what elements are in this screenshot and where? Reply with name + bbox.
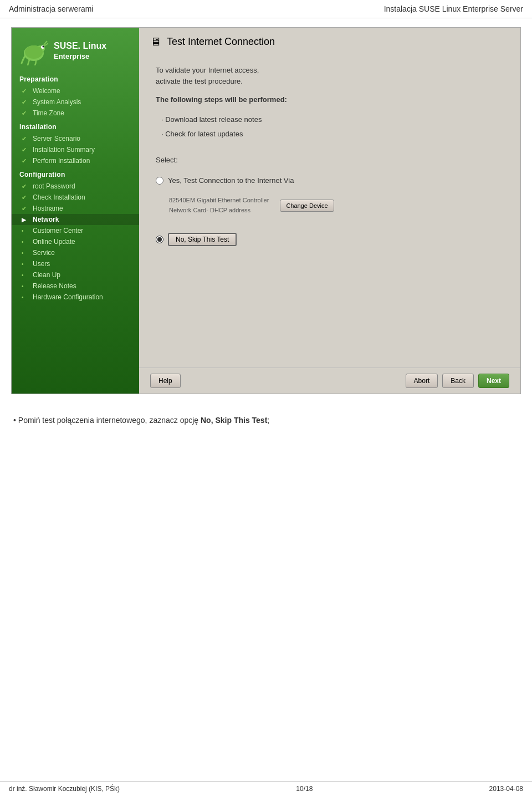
select-label: Select: — [156, 156, 504, 164]
check-icon: ✔ — [22, 135, 29, 142]
content-body: To validate your Internet access,activat… — [139, 54, 520, 368]
suse-brand: SUSE. Linux Enterprise — [54, 40, 106, 62]
instruction-before-bold: Pomiń test połączenia internetowego, zaz… — [18, 416, 201, 425]
bullet-icon: • — [22, 250, 29, 256]
footer-right: 2013-04-08 — [489, 785, 523, 793]
bullet-icon: • — [22, 228, 29, 234]
radio-yes-input[interactable] — [156, 177, 163, 185]
sidebar-item-time-zone[interactable]: ✔ Time Zone — [12, 108, 139, 119]
sidebar-item-hostname[interactable]: ✔ Hostname — [12, 203, 139, 214]
bullet-icon: • — [22, 239, 29, 245]
window-titlebar: 🖥 Test Internet Connection — [139, 28, 520, 54]
suse-logo-area: SUSE. Linux Enterprise — [12, 28, 139, 71]
bullet-point: • — [13, 416, 18, 425]
bullet-icon: • — [22, 283, 29, 289]
footer-left: dr inż. Sławomir Koczubiej (KIS, PŚk) — [9, 785, 120, 793]
check-icon: ✔ — [22, 88, 29, 95]
radio-no-option[interactable]: No, Skip This Test — [156, 233, 504, 246]
header-left: Administracja serwerami — [9, 4, 93, 13]
sidebar-item-perform-installation[interactable]: ✔ Perform Installation — [12, 155, 139, 166]
page-header: Administracja serwerami Instalacja SUSE … — [0, 0, 532, 18]
next-button[interactable]: Next — [478, 374, 509, 388]
device-info-text: 82540EM Gigabit Ethernet Controller Netw… — [169, 196, 269, 215]
instruction-after-bold: ; — [267, 416, 269, 425]
sidebar-item-server-scenario[interactable]: ✔ Server Scenario — [12, 133, 139, 144]
check-icon: ✔ — [22, 194, 29, 201]
chameleon-logo — [19, 37, 48, 65]
sidebar-item-network[interactable]: ▶ Network — [12, 214, 139, 225]
installer-window: SUSE. Linux Enterprise Preparation ✔ Wel… — [12, 28, 520, 394]
check-icon: ✔ — [22, 205, 29, 212]
sidebar-item-customer-center[interactable]: • Customer Center — [12, 225, 139, 236]
check-icon: ✔ — [22, 146, 29, 154]
sidebar-item-installation-summary[interactable]: ✔ Installation Summary — [12, 144, 139, 155]
check-icon: ✔ — [22, 183, 29, 190]
check-icon: ✔ — [22, 157, 29, 165]
sidebar-item-check-installation[interactable]: ✔ Check Installation — [12, 192, 139, 203]
sidebar-item-system-analysis[interactable]: ✔ System Analysis — [12, 96, 139, 108]
check-icon: ✔ — [22, 110, 29, 117]
installer-screenshot: SUSE. Linux Enterprise Preparation ✔ Wel… — [11, 27, 521, 394]
step-item: · Check for latest updates — [161, 127, 504, 141]
sidebar-item-welcome[interactable]: ✔ Welcome — [12, 85, 139, 96]
arrow-icon: ▶ — [22, 217, 29, 223]
bullet-icon: • — [22, 261, 29, 267]
steps-heading: The following steps will be performed: — [156, 95, 504, 104]
steps-list: · Download latest release notes · Check … — [156, 113, 504, 141]
monitor-icon: 🖥 — [150, 35, 161, 48]
back-button[interactable]: Back — [442, 374, 474, 388]
change-device-button[interactable]: Change Device — [280, 200, 334, 212]
section-installation: Installation — [12, 119, 139, 133]
sidebar-item-online-update[interactable]: • Online Update — [12, 236, 139, 247]
instruction-text: • Pomiń test połączenia internetowego, z… — [13, 414, 519, 426]
sidebar-item-hardware-configuration[interactable]: • Hardware Configuration — [12, 292, 139, 303]
sidebar-item-root-password[interactable]: ✔ root Password — [12, 181, 139, 192]
bullet-icon: • — [22, 294, 29, 300]
radio-no-input[interactable] — [156, 236, 163, 243]
radio-yes-label: Yes, Test Connection to the Internet Via — [168, 176, 294, 185]
main-content: 🖥 Test Internet Connection To validate y… — [139, 28, 520, 394]
sidebar-item-users[interactable]: • Users — [12, 258, 139, 269]
header-right: Instalacja SUSE Linux Enterprise Server — [384, 4, 523, 13]
instruction-area: • Pomiń test połączenia internetowego, z… — [0, 403, 532, 437]
footer-center: 10/18 — [296, 785, 313, 793]
svg-point-4 — [25, 45, 43, 59]
abort-button[interactable]: Abort — [406, 374, 438, 388]
help-button[interactable]: Help — [150, 374, 181, 388]
sidebar: SUSE. Linux Enterprise Preparation ✔ Wel… — [12, 28, 139, 394]
radio-yes-option[interactable]: Yes, Test Connection to the Internet Via — [156, 176, 504, 185]
button-bar: Help Abort Back Next — [139, 368, 520, 394]
section-preparation: Preparation — [12, 71, 139, 85]
btn-group-right: Abort Back Next — [406, 374, 509, 388]
window-title: Test Internet Connection — [167, 36, 275, 48]
intro-text: To validate your Internet access,activat… — [156, 65, 504, 86]
page-footer: dr inż. Sławomir Koczubiej (KIS, PŚk) 10… — [0, 781, 532, 796]
section-configuration: Configuration — [12, 166, 139, 181]
step-item: · Download latest release notes — [161, 113, 504, 127]
sidebar-item-release-notes[interactable]: • Release Notes — [12, 280, 139, 292]
no-skip-test-button[interactable]: No, Skip This Test — [168, 233, 237, 246]
bullet-icon: • — [22, 272, 29, 278]
device-info-box: 82540EM Gigabit Ethernet Controller Netw… — [169, 196, 504, 215]
sidebar-item-service[interactable]: • Service — [12, 247, 139, 258]
instruction-bold: No, Skip This Test — [201, 416, 267, 425]
check-icon: ✔ — [22, 99, 29, 106]
sidebar-item-clean-up[interactable]: • Clean Up — [12, 269, 139, 280]
